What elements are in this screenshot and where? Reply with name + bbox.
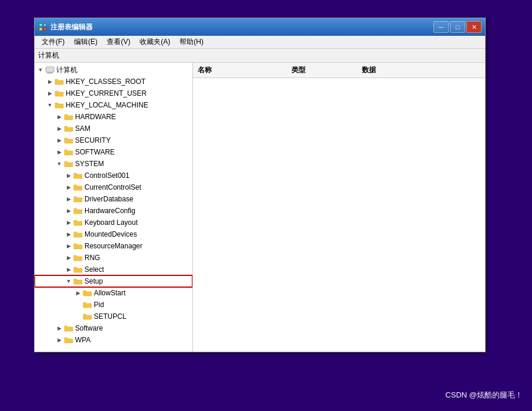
security-label: SECURITY [75, 136, 111, 144]
expand-sam[interactable]: ▶ [55, 124, 64, 133]
menu-help[interactable]: 帮助(H) [175, 36, 208, 48]
maximize-button[interactable]: □ [450, 21, 465, 33]
expand-controlset001[interactable]: ▶ [64, 171, 73, 180]
tree-item-system[interactable]: ▼ SYSTEM [35, 158, 192, 170]
watermark: CSDN @炫酷的腿毛！ [445, 390, 523, 400]
allowstart-label: AllowStart [94, 289, 126, 297]
expand-software-lm[interactable]: ▶ [55, 147, 64, 157]
currentcontrolset-label: CurrentControlSet [84, 183, 141, 191]
expand-wpa[interactable]: ▶ [55, 335, 64, 345]
tree-item-pid[interactable]: ▶ Pid [35, 299, 192, 311]
svg-rect-3 [43, 28, 46, 31]
col-data: 数据 [362, 65, 480, 75]
tree-item-computer[interactable]: ▼ 计算机 [35, 64, 192, 76]
address-bar: 计算机 [35, 49, 485, 63]
svg-rect-6 [47, 73, 53, 73]
tree-item-select[interactable]: ▶ Select [35, 264, 192, 275]
detail-pane: 名称 类型 数据 [193, 63, 485, 352]
detail-header: 名称 类型 数据 [193, 63, 485, 78]
tree-item-driverdatabase[interactable]: ▶ DriverDatabase [35, 193, 192, 205]
expand-allowstart[interactable]: ▶ [73, 288, 83, 298]
minimize-button[interactable]: ─ [433, 21, 449, 33]
folder-icon-setup [73, 277, 83, 286]
col-name: 名称 [198, 65, 292, 75]
tree-item-hardware[interactable]: ▶ HARDWARE [35, 111, 192, 123]
expand-setup[interactable]: ▼ [64, 277, 73, 286]
tree-item-mounteddevices[interactable]: ▶ MountedDevices [35, 228, 192, 240]
folder-icon-sam [64, 124, 73, 133]
controlset001-label: ControlSet001 [84, 171, 130, 180]
tree-item-hardwareconfig[interactable]: ▶ HardwareConfig [35, 205, 192, 217]
select-label: Select [84, 265, 104, 274]
window-title: 注册表编辑器 [50, 22, 433, 32]
resourcemanager-label: ResourceManager [84, 242, 143, 250]
expand-current-user[interactable]: ▶ [45, 89, 55, 98]
software-label: Software [75, 324, 103, 332]
folder-icon-select [73, 265, 83, 274]
tree-item-setupcl[interactable]: ▶ SETUPCL [35, 311, 192, 322]
tree-item-setup[interactable]: ▼ Setup [35, 275, 192, 287]
tree-item-keyboard-layout[interactable]: ▶ Keyboard Layout [35, 217, 192, 228]
tree-item-classes-root[interactable]: ▶ HKEY_CLASSES_ROOT [35, 76, 192, 87]
folder-icon-pid [83, 300, 92, 309]
current-user-label: HKEY_CURRENT_USER [66, 89, 147, 97]
driverdatabase-label: DriverDatabase [84, 195, 133, 203]
setup-label: Setup [84, 277, 103, 285]
registry-editor-window: 注册表编辑器 ─ □ ✕ 文件(F) 编辑(E) 查看(V) 收藏夹(A) 帮助… [34, 18, 486, 352]
expand-system[interactable]: ▼ [55, 159, 64, 169]
mounteddevices-label: MountedDevices [84, 230, 137, 238]
folder-icon-local-machine [55, 100, 64, 110]
svg-rect-0 [39, 23, 42, 26]
expand-software[interactable]: ▶ [55, 324, 64, 333]
folder-icon-wpa [64, 335, 73, 345]
expand-mounteddevices[interactable]: ▶ [64, 230, 73, 239]
tree-item-allowstart[interactable]: ▶ AllowStart [35, 287, 192, 299]
svg-rect-1 [43, 23, 46, 26]
folder-icon-allowstart [83, 288, 92, 298]
folder-icon-resourcemanager [73, 241, 83, 251]
expand-currentcontrolset[interactable]: ▶ [64, 183, 73, 192]
system-label: SYSTEM [75, 160, 104, 168]
menu-file[interactable]: 文件(F) [37, 36, 69, 48]
tree-item-currentcontrolset[interactable]: ▶ CurrentControlSet [35, 181, 192, 193]
tree-pane[interactable]: ▼ 计算机 ▶ HKEY_CLASSES_ROOT ▶ H [35, 63, 193, 352]
expand-resourcemanager[interactable]: ▶ [64, 241, 73, 251]
expand-security[interactable]: ▶ [55, 136, 64, 145]
tree-item-sam[interactable]: ▶ SAM [35, 123, 192, 134]
folder-icon-security [64, 136, 73, 145]
svg-rect-2 [39, 28, 42, 31]
expand-hardware[interactable]: ▶ [55, 112, 64, 122]
rng-label: RNG [84, 254, 100, 262]
expand-keyboard-layout[interactable]: ▶ [64, 218, 73, 227]
app-icon [38, 22, 48, 32]
tree-item-software-lm[interactable]: ▶ SOFTWARE [35, 146, 192, 158]
expand-hardwareconfig[interactable]: ▶ [64, 206, 73, 215]
expand-classes-root[interactable]: ▶ [45, 77, 55, 86]
tree-item-controlset001[interactable]: ▶ ControlSet001 [35, 170, 192, 181]
svg-rect-4 [46, 67, 54, 72]
main-content: ▼ 计算机 ▶ HKEY_CLASSES_ROOT ▶ H [35, 63, 485, 352]
menu-edit[interactable]: 编辑(E) [69, 36, 102, 48]
expand-rng[interactable]: ▶ [64, 253, 73, 262]
tree-item-current-user[interactable]: ▶ HKEY_CURRENT_USER [35, 87, 192, 99]
expand-local-machine[interactable]: ▼ [45, 100, 55, 110]
close-button[interactable]: ✕ [466, 21, 482, 33]
menu-view[interactable]: 查看(V) [102, 36, 135, 48]
classes-root-label: HKEY_CLASSES_ROOT [66, 78, 145, 86]
folder-icon-software [64, 324, 73, 333]
folder-icon-currentcontrolset [73, 183, 83, 192]
expand-computer[interactable]: ▼ [36, 65, 45, 75]
sam-label: SAM [75, 124, 90, 133]
expand-select[interactable]: ▶ [64, 265, 73, 274]
tree-item-software[interactable]: ▶ Software [35, 322, 192, 334]
folder-icon-classes-root [55, 77, 64, 86]
folder-icon-hardware [64, 112, 73, 122]
tree-item-resourcemanager[interactable]: ▶ ResourceManager [35, 240, 192, 252]
tree-item-local-machine[interactable]: ▼ HKEY_LOCAL_MACHINE [35, 99, 192, 111]
tree-item-security[interactable]: ▶ SECURITY [35, 134, 192, 146]
pid-label: Pid [94, 301, 104, 309]
expand-driverdatabase[interactable]: ▶ [64, 194, 73, 204]
tree-item-rng[interactable]: ▶ RNG [35, 252, 192, 264]
menu-favorites[interactable]: 收藏夹(A) [135, 36, 175, 48]
tree-item-wpa[interactable]: ▶ WPA [35, 334, 192, 346]
